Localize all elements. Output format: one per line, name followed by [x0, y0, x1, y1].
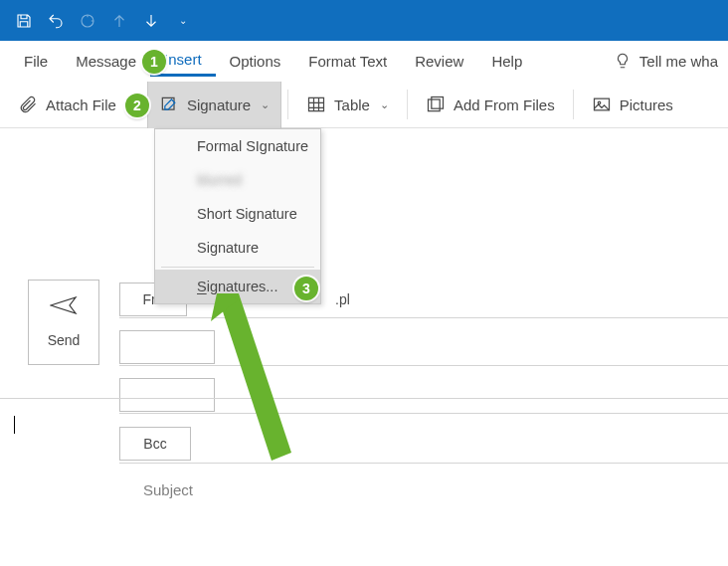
- annotation-2: 2: [125, 94, 149, 117]
- annotation-1: 1: [142, 50, 166, 74]
- separator: [287, 90, 288, 119]
- bcc-button[interactable]: Bcc: [119, 427, 191, 461]
- table-icon: [306, 94, 326, 114]
- send-label: Send: [48, 332, 81, 348]
- files-icon: [426, 94, 446, 114]
- menu-format-text[interactable]: Format Text: [294, 47, 401, 76]
- undo-icon[interactable]: [44, 9, 68, 33]
- to-row: [119, 330, 728, 364]
- menu-bar: File Message Insert Options Format Text …: [0, 41, 728, 82]
- chevron-down-icon: ⌄: [261, 98, 270, 111]
- subject-label: Subject: [143, 481, 193, 498]
- paperclip-icon: [18, 94, 38, 114]
- to-button[interactable]: [119, 330, 215, 364]
- field-separator: [119, 317, 728, 318]
- cc-row: [119, 378, 728, 412]
- svg-rect-2: [428, 99, 440, 111]
- body-separator: [0, 398, 728, 399]
- quick-access-dropdown-icon[interactable]: ⌄: [179, 15, 187, 26]
- bcc-row: Bcc: [119, 427, 728, 461]
- signature-button[interactable]: Signature⌄: [147, 82, 281, 128]
- subject-row[interactable]: Subject: [143, 481, 728, 498]
- arrow-up-icon: [107, 9, 131, 33]
- tell-me-label: Tell me wha: [639, 53, 718, 70]
- pictures-button[interactable]: Pictures: [580, 82, 685, 128]
- pictures-label: Pictures: [620, 96, 673, 113]
- separator: [407, 90, 408, 119]
- add-from-files-label: Add From Files: [454, 96, 555, 113]
- field-separator: [119, 463, 728, 464]
- tell-me-search[interactable]: Tell me wha: [614, 52, 718, 70]
- title-bar: ⌄: [0, 0, 728, 41]
- attach-file-label: Attach File: [46, 96, 116, 113]
- chevron-down-icon: ⌄: [380, 98, 389, 111]
- dropdown-item-blurred[interactable]: blurred: [155, 163, 320, 197]
- svg-rect-3: [432, 97, 444, 109]
- signature-dropdown: Formal SIgnature blurred Short Signature…: [154, 128, 321, 304]
- separator: [573, 90, 574, 119]
- table-label: Table: [334, 96, 370, 113]
- redo-icon: [76, 9, 99, 33]
- ribbon: Attach File⌄ Signature⌄ Table⌄ Add From …: [0, 82, 728, 128]
- menu-file[interactable]: File: [10, 47, 62, 76]
- lightbulb-icon: [614, 52, 632, 70]
- field-separator: [119, 413, 728, 414]
- signature-icon: [159, 94, 179, 114]
- from-value-trail: .pl: [335, 291, 350, 307]
- pictures-icon: [592, 94, 612, 114]
- add-from-files-button[interactable]: Add From Files: [414, 82, 567, 128]
- send-icon: [50, 294, 78, 320]
- annotation-3: 3: [294, 277, 318, 300]
- signature-label: Signature: [187, 96, 251, 113]
- send-button[interactable]: Send: [28, 280, 99, 365]
- text-cursor: [14, 416, 15, 434]
- menu-help[interactable]: Help: [477, 47, 536, 76]
- svg-rect-1: [309, 97, 324, 110]
- menu-message[interactable]: Message: [62, 47, 150, 76]
- menu-review[interactable]: Review: [401, 47, 477, 76]
- dropdown-item-short[interactable]: Short Signature: [155, 197, 320, 231]
- dropdown-item-signature[interactable]: Signature: [155, 231, 320, 265]
- table-button[interactable]: Table⌄: [294, 82, 401, 128]
- menu-options[interactable]: Options: [216, 47, 295, 76]
- save-icon[interactable]: [12, 9, 36, 33]
- dropdown-item-formal[interactable]: Formal SIgnature: [155, 129, 320, 163]
- arrow-down-icon[interactable]: [139, 9, 163, 33]
- cc-button[interactable]: [119, 378, 215, 412]
- field-separator: [119, 365, 728, 366]
- compose-area: Send Fro .pl Bcc Subject: [0, 128, 728, 148]
- dropdown-separator: [161, 267, 314, 268]
